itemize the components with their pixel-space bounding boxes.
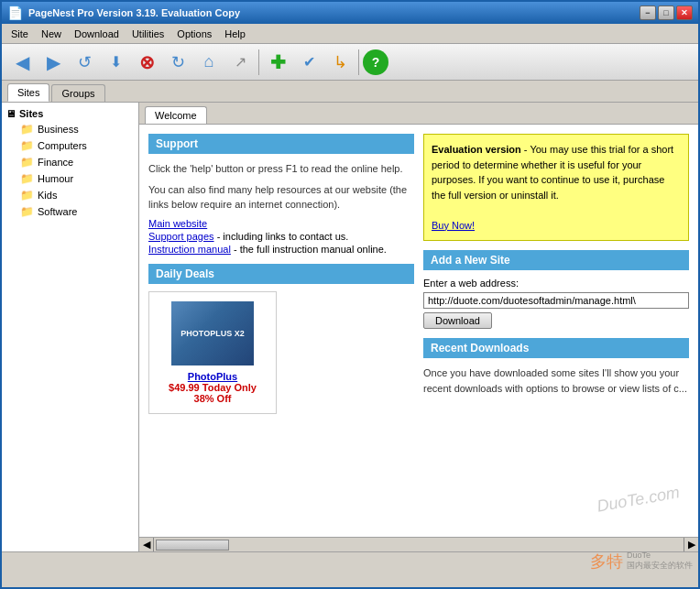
chinese-watermark-area: 多特 DuoTe 国内最安全的软件 <box>590 551 693 573</box>
sidebar-item-finance[interactable]: 📁 Finance <box>2 154 138 170</box>
watermark: DuoTe.com <box>595 483 681 517</box>
deal-image-text: PHOTOPLUS X2 <box>179 327 246 340</box>
support-header: Support <box>148 134 414 154</box>
instruction-manual-suffix: - the full instruction manual online. <box>234 244 387 255</box>
daily-deals-header: Daily Deals <box>148 264 414 284</box>
deal-card-photoplus: PHOTOPLUS X2 PhotoPlus $49.99 Today Only… <box>148 291 277 414</box>
tab-sites[interactable]: Sites <box>7 83 49 102</box>
back-button[interactable]: ◀ <box>7 48 37 77</box>
tab-groups[interactable]: Groups <box>51 84 104 102</box>
url-label: Enter a web address: <box>423 278 689 289</box>
sidebar-item-label-business: Business <box>38 124 79 135</box>
stop-button[interactable]: ⊗ <box>132 48 161 77</box>
sidebar-item-label-computers: Computers <box>38 140 87 151</box>
menu-options[interactable]: Options <box>171 27 217 41</box>
orange-arrow-button[interactable]: ↳ <box>325 48 355 77</box>
scroll-thumb[interactable] <box>156 540 229 551</box>
menu-download[interactable]: Download <box>69 27 125 41</box>
menu-site[interactable]: Site <box>5 27 34 41</box>
forward-button[interactable]: ▶ <box>38 48 68 77</box>
toolbar-separator-2 <box>358 49 359 75</box>
folder-icon-humour: 📁 <box>20 172 34 185</box>
duote-logo: 多特 <box>590 551 623 573</box>
menu-utilities[interactable]: Utilities <box>126 27 170 41</box>
window-frame: 📄 PageNest Pro Version 3.19. Evaluation … <box>0 0 700 589</box>
close-button[interactable]: ✕ <box>676 5 693 20</box>
recent-downloads-section: Recent Downloads Once you have downloade… <box>423 338 689 396</box>
menu-help[interactable]: Help <box>219 27 251 41</box>
recent-downloads-header: Recent Downloads <box>423 338 689 358</box>
minimize-button[interactable]: − <box>640 5 656 20</box>
help-button[interactable]: ? <box>363 49 388 75</box>
reload-all-button[interactable]: ↻ <box>163 48 192 77</box>
maximize-button[interactable]: □ <box>658 5 674 20</box>
refresh-button[interactable]: ↺ <box>70 48 99 77</box>
title-bar: 📄 PageNest Pro Version 3.19. Evaluation … <box>2 2 698 24</box>
computer-icon: 🖥 <box>5 108 16 119</box>
folder-icon-business: 📁 <box>20 123 34 136</box>
sidebar-item-label-software: Software <box>38 206 77 217</box>
window-title: PageNest Pro Version 3.19. Evaluation Co… <box>28 7 240 18</box>
left-column: Support Click the 'help' button or press… <box>148 134 414 414</box>
deal-image-photoplus: PHOTOPLUS X2 <box>171 301 254 365</box>
evaluation-box: Evaluation version - You may use this tr… <box>423 134 689 241</box>
title-icon: 📄 <box>7 5 23 20</box>
two-column-layout: Support Click the 'help' button or press… <box>148 134 689 414</box>
sidebar-item-business[interactable]: 📁 Business <box>2 121 138 137</box>
support-text1: Click the 'help' button or press F1 to r… <box>148 161 414 177</box>
recent-downloads-text: Once you have downloaded some sites I'll… <box>423 365 689 396</box>
sites-groups-tabbar: Sites Groups <box>2 81 698 103</box>
add-site-section: Add a New Site Enter a web address: Down… <box>423 250 689 329</box>
watermark-text: DuoTe.com <box>595 483 680 516</box>
support-pages-link[interactable]: Support pages <box>148 231 214 242</box>
add-site-button[interactable]: ✚ <box>263 48 292 77</box>
folder-icon-computers: 📁 <box>20 139 34 152</box>
tab-welcome[interactable]: Welcome <box>145 106 207 124</box>
sidebar-item-kids[interactable]: 📁 Kids <box>2 187 138 203</box>
chinese-text: DuoTe 国内最安全的软件 <box>627 551 693 572</box>
folder-icon-kids: 📁 <box>20 189 34 202</box>
sidebar: 🖥 Sites 📁 Business 📁 Computers 📁 Finance… <box>2 103 139 551</box>
welcome-panel[interactable]: Support Click the 'help' button or press… <box>139 125 698 537</box>
deal-price-photoplus: $49.99 Today Only <box>159 382 267 393</box>
daily-deals-section: Daily Deals PHOTOPLUS X2 PhotoPlus $49.9… <box>148 264 414 414</box>
sidebar-item-label-finance: Finance <box>38 157 73 168</box>
buy-now-link[interactable]: Buy Now! <box>432 220 475 231</box>
deal-title-photoplus[interactable]: PhotoPlus <box>159 371 267 382</box>
check-button[interactable]: ✔ <box>294 48 323 77</box>
deal-discount-photoplus: 38% Off <box>159 393 267 404</box>
sidebar-root-label: Sites <box>19 108 43 119</box>
toolbar-separator <box>258 49 259 75</box>
eval-bold-text: Evaluation version <box>432 144 521 155</box>
content-area: Welcome Support Click the 'help' button … <box>139 103 698 551</box>
support-pages-suffix: - including links to contact us. <box>217 231 349 242</box>
open-browser-button[interactable]: ↗ <box>225 48 255 77</box>
support-text2: You can also find many help resources at… <box>148 182 414 213</box>
sidebar-item-humour[interactable]: 📁 Humour <box>2 170 138 187</box>
instruction-manual-link[interactable]: Instruction manual <box>148 244 231 255</box>
add-site-header: Add a New Site <box>423 250 689 270</box>
title-bar-buttons: − □ ✕ <box>640 5 693 20</box>
menu-new[interactable]: New <box>36 27 67 41</box>
content-tabbar: Welcome <box>139 103 698 125</box>
sidebar-item-software[interactable]: 📁 Software <box>2 203 138 220</box>
sidebar-root: 🖥 Sites <box>2 106 138 121</box>
main-website-link[interactable]: Main website <box>148 218 207 229</box>
folder-icon-software: 📁 <box>20 205 34 218</box>
toolbar: ◀ ▶ ↺ ⬇ ⊗ ↻ ⌂ ↗ ✚ ✔ ↳ ? <box>2 44 698 81</box>
download-button[interactable]: Download <box>423 312 492 329</box>
sidebar-item-label-humour: Humour <box>38 173 73 184</box>
url-input[interactable] <box>423 292 689 309</box>
status-bar: 多特 DuoTe 国内最安全的软件 <box>2 551 698 570</box>
home-button[interactable]: ⌂ <box>194 48 224 77</box>
support-links: Main website Support pages - including l… <box>148 218 414 255</box>
sidebar-item-label-kids: Kids <box>38 190 57 201</box>
menu-bar: Site New Download Utilities Options Help <box>2 24 698 44</box>
sidebar-item-computers[interactable]: 📁 Computers <box>2 137 138 154</box>
duote-label: DuoTe <box>627 551 693 560</box>
support-section: Support Click the 'help' button or press… <box>148 134 414 255</box>
right-column: Evaluation version - You may use this tr… <box>423 134 689 414</box>
download-page-button[interactable]: ⬇ <box>101 48 130 77</box>
chinese-subtitle: 国内最安全的软件 <box>627 560 693 572</box>
scroll-left-button[interactable]: ◀ <box>139 538 154 551</box>
